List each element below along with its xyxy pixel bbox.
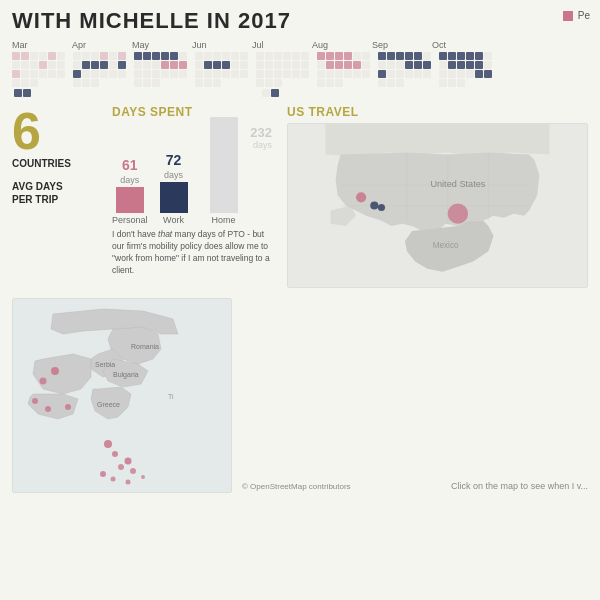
eu-dot-6[interactable] [104, 440, 112, 448]
main-content: 6 COUNTRIES AVG DAYSPER TRIP DAYS SPENT … [0, 99, 600, 294]
travel-dot-texas[interactable] [448, 203, 468, 223]
click-hint: Click on the map to see when I v... [451, 481, 588, 491]
work-label: Work [163, 215, 184, 225]
svg-text:Greece: Greece [97, 401, 120, 408]
eu-dot-8[interactable] [125, 458, 132, 465]
us-label: United States [430, 179, 485, 189]
month-may: May [132, 40, 192, 50]
osm-credit: © OpenStreetMap contributors [242, 482, 351, 491]
month-oct: Oct [432, 40, 492, 50]
countries-number: 6 [12, 105, 102, 157]
left-stats: 6 COUNTRIES AVG DAYSPER TRIP [12, 105, 102, 288]
month-aug: Aug [312, 40, 372, 50]
eu-dot-9[interactable] [118, 464, 124, 470]
personal-label: Personal [112, 215, 148, 225]
calendar-months: Mar Apr May Jun Jul Aug Sep Oct [12, 40, 588, 50]
eu-dot-island4[interactable] [141, 475, 145, 479]
bottom-section: Romania Serbia Bulgaria Greece [0, 298, 600, 493]
home-label: Home [212, 215, 236, 225]
days-spent-note: I don't have that many days of PTO - but… [112, 229, 277, 277]
svg-text:Serbia: Serbia [95, 361, 115, 368]
personal-unit: days [120, 175, 139, 185]
bar-personal: 61 days Personal [112, 157, 148, 225]
bar-work: 72 days Work [160, 152, 188, 225]
countries-label: COUNTRIES [12, 157, 102, 170]
month-sep: Sep [372, 40, 432, 50]
eu-dot-2[interactable] [40, 378, 47, 385]
eu-dot-4[interactable] [45, 406, 51, 412]
page-title: WITH MICHELLE IN 2017 [12, 8, 291, 34]
personal-bar [116, 187, 144, 213]
work-value: 72 [166, 152, 182, 168]
month-jun: Jun [192, 40, 252, 50]
calendar-strip: Mar Apr May Jun Jul Aug Sep Oct [0, 38, 600, 99]
work-bar [160, 182, 188, 213]
month-mar: Mar [12, 40, 72, 50]
right-spacer: © OpenStreetMap contributors Click on th… [242, 298, 588, 493]
eu-dot-10[interactable] [130, 468, 136, 474]
legend-label: Pe [578, 10, 590, 21]
us-travel-section: US TRAVEL [287, 105, 588, 288]
eu-dot-island1[interactable] [100, 471, 106, 477]
bar-home: Home [210, 117, 238, 225]
travel-dot-2[interactable] [370, 201, 378, 209]
eu-dot-3[interactable] [32, 398, 38, 404]
month-jul: Jul [252, 40, 312, 50]
mexico-label: Mexico [433, 241, 459, 250]
eu-dot-5[interactable] [65, 404, 71, 410]
days-spent-title: DAYS SPENT [112, 105, 277, 119]
month-apr: Apr [72, 40, 132, 50]
europe-map-container[interactable]: Romania Serbia Bulgaria Greece [12, 298, 232, 493]
europe-map-svg[interactable]: Romania Serbia Bulgaria Greece [13, 299, 232, 493]
us-map-svg[interactable]: United States Mexico [288, 124, 587, 287]
avg-days-label: AVG DAYSPER TRIP [12, 180, 102, 206]
eu-dot-island2[interactable] [111, 477, 116, 482]
eu-dot-7[interactable] [112, 451, 118, 457]
legend-dot-personal [563, 11, 573, 21]
svg-text:Bulgaria: Bulgaria [113, 371, 139, 379]
us-travel-title: US TRAVEL [287, 105, 588, 119]
eu-dot-1[interactable] [51, 367, 59, 375]
eu-dot-island3[interactable] [126, 480, 131, 485]
days-spent-section: DAYS SPENT 232 days 61 days Personal [112, 105, 277, 288]
us-map-container[interactable]: United States Mexico [287, 123, 588, 288]
travel-dot-3[interactable] [378, 204, 385, 211]
travel-dot-1[interactable] [356, 192, 366, 202]
bar-chart: 61 days Personal 72 days Work [112, 125, 277, 225]
personal-value: 61 [122, 157, 138, 173]
header: WITH MICHELLE IN 2017 Pe [0, 0, 600, 38]
page-container: WITH MICHELLE IN 2017 Pe Mar Apr May Jun… [0, 0, 600, 600]
legend: Pe [563, 10, 590, 21]
work-unit: days [164, 170, 183, 180]
home-bar [210, 117, 238, 213]
svg-text:Romania: Romania [131, 343, 159, 350]
svg-text:Ti: Ti [168, 393, 174, 400]
